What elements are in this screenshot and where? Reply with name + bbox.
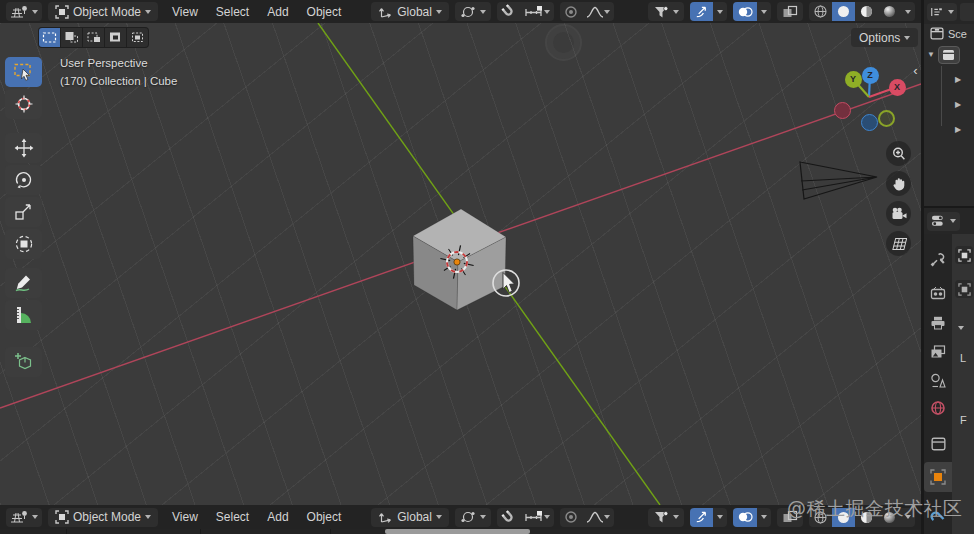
content-mode-button-2[interactable] bbox=[955, 280, 973, 298]
outliner-item-expand-1[interactable]: ▶ bbox=[955, 68, 961, 86]
bottom-show-gizmo-toggle[interactable] bbox=[690, 508, 713, 527]
bottom-overlays-dropdown[interactable] bbox=[757, 508, 771, 527]
content-partial-label-l: L bbox=[960, 352, 966, 364]
outliner-collection-row[interactable]: ▼ bbox=[927, 46, 960, 64]
bottom-menu-view[interactable]: View bbox=[164, 510, 206, 524]
show-gizmo-toggle[interactable] bbox=[690, 2, 713, 21]
tool-move[interactable] bbox=[5, 133, 42, 163]
object-mode-icon bbox=[55, 5, 69, 19]
bottom-mode-dropdown[interactable]: Object Mode bbox=[48, 508, 158, 527]
shading-solid-button[interactable] bbox=[832, 2, 855, 21]
select-mode-set-button[interactable] bbox=[39, 28, 60, 47]
zoom-view-button[interactable] bbox=[886, 141, 911, 166]
overlays-dropdown[interactable] bbox=[757, 2, 771, 21]
mode-dropdown[interactable]: Object Mode bbox=[48, 2, 158, 21]
bottom-gizmo-dropdown[interactable] bbox=[713, 508, 727, 527]
tab-object-properties-active[interactable] bbox=[924, 462, 952, 492]
properties-icon bbox=[931, 215, 946, 227]
bottom-menu-object[interactable]: Object bbox=[299, 510, 350, 524]
tab-collection-properties[interactable] bbox=[924, 431, 952, 457]
tab-tool-properties[interactable] bbox=[924, 246, 952, 272]
tool-cursor[interactable] bbox=[5, 89, 42, 119]
pivot-point-dropdown[interactable] bbox=[455, 2, 491, 21]
menu-object[interactable]: Object bbox=[299, 5, 350, 19]
select-mode-extend-button[interactable] bbox=[61, 28, 82, 47]
options-dropdown[interactable]: Options bbox=[851, 28, 918, 47]
outliner-scene-row[interactable]: Sce bbox=[930, 27, 967, 40]
tool-measure[interactable] bbox=[5, 300, 42, 330]
strip-divider bbox=[200, 529, 201, 534]
camera-view-button[interactable] bbox=[886, 201, 911, 226]
select-mode-intersect-button[interactable] bbox=[127, 28, 148, 47]
bottom-pivot-point-dropdown[interactable] bbox=[455, 508, 491, 527]
gizmo-y-negative-ball[interactable] bbox=[878, 110, 895, 127]
tool-rotate[interactable] bbox=[5, 165, 42, 195]
tool-annotate[interactable] bbox=[5, 268, 42, 298]
gizmo-x-positive-ball[interactable]: X bbox=[889, 79, 906, 96]
bottom-snap-with-dropdown[interactable] bbox=[520, 508, 554, 527]
select-mode-subtract-button[interactable] bbox=[83, 28, 104, 47]
menu-view[interactable]: View bbox=[164, 5, 206, 19]
tool-transform[interactable] bbox=[5, 229, 42, 259]
triangle-right-icon: ▶ bbox=[955, 100, 961, 109]
bottom-menu-select[interactable]: Select bbox=[208, 510, 257, 524]
properties-editor-type-button[interactable] bbox=[927, 212, 960, 231]
outliner-display-mode-button[interactable] bbox=[927, 3, 957, 21]
tool-select-box[interactable] bbox=[5, 57, 42, 87]
timeline-strip[interactable] bbox=[0, 529, 921, 534]
menu-select[interactable]: Select bbox=[208, 5, 257, 19]
show-overlays-toggle[interactable] bbox=[733, 2, 757, 21]
strip-scrollbar[interactable] bbox=[385, 529, 530, 534]
snapping-group bbox=[497, 2, 554, 21]
proportional-edit-toggle[interactable] bbox=[560, 2, 582, 21]
gizmo-z-negative-ball[interactable] bbox=[861, 114, 878, 131]
tab-output-properties[interactable] bbox=[924, 310, 952, 336]
bottom-show-overlays-toggle[interactable] bbox=[733, 508, 757, 527]
gizmo-z-positive-ball[interactable]: Z bbox=[862, 67, 879, 84]
filter-funnel-icon bbox=[653, 510, 669, 524]
content-mode-button-1[interactable] bbox=[955, 246, 973, 264]
expand-triangle-down-icon[interactable]: ▼ bbox=[927, 51, 935, 59]
gizmo-dropdown[interactable] bbox=[713, 2, 727, 21]
xray-toggle[interactable] bbox=[777, 2, 803, 21]
gizmo-y-positive-ball[interactable]: Y bbox=[845, 71, 862, 88]
viewport-canvas[interactable] bbox=[0, 23, 921, 505]
outliner-search-button-partial[interactable] bbox=[960, 3, 974, 21]
tool-add-cube[interactable] bbox=[5, 347, 42, 377]
bottom-orientation-dropdown[interactable]: Global bbox=[371, 508, 449, 527]
shading-dropdown[interactable] bbox=[901, 2, 915, 21]
visibility-filter-dropdown[interactable] bbox=[648, 2, 684, 21]
orthographic-toggle-button[interactable] bbox=[886, 231, 911, 256]
menu-add[interactable]: Add bbox=[259, 5, 296, 19]
bottom-editor-type-button[interactable] bbox=[6, 508, 42, 527]
tab-render-properties[interactable] bbox=[924, 280, 952, 306]
tab-view-layer-properties[interactable] bbox=[924, 339, 952, 365]
bottom-overlays-toggle-group bbox=[733, 508, 771, 527]
outliner-item-expand-2[interactable]: ▶ bbox=[955, 93, 961, 111]
bottom-proportional-edit-toggle[interactable] bbox=[560, 508, 582, 527]
bottom-visibility-filter-dropdown[interactable] bbox=[648, 508, 684, 527]
output-tab-icon bbox=[930, 316, 946, 330]
bottom-snap-toggle-button[interactable] bbox=[497, 508, 520, 527]
tab-scene-properties[interactable] bbox=[924, 367, 952, 393]
shading-rendered-button[interactable] bbox=[878, 2, 901, 21]
falloff-dropdown[interactable] bbox=[582, 2, 614, 21]
tab-world-properties[interactable] bbox=[924, 395, 952, 421]
collection-button[interactable] bbox=[938, 46, 960, 64]
editor-type-button[interactable] bbox=[6, 2, 42, 21]
snap-with-dropdown[interactable] bbox=[520, 2, 554, 21]
select-box-icon bbox=[13, 62, 35, 82]
orientation-dropdown[interactable]: Global bbox=[371, 2, 449, 21]
content-chevron-down-icon[interactable] bbox=[958, 326, 964, 330]
shading-wireframe-button[interactable] bbox=[809, 2, 832, 21]
select-mode-invert-button[interactable] bbox=[105, 28, 126, 47]
gizmo-x-negative-ball[interactable] bbox=[834, 102, 851, 119]
pan-view-button[interactable] bbox=[886, 171, 911, 196]
tool-scale[interactable] bbox=[5, 197, 42, 227]
bottom-menu-add[interactable]: Add bbox=[259, 510, 296, 524]
outliner-item-expand-3[interactable]: ▶ bbox=[955, 118, 961, 136]
shading-material-button[interactable] bbox=[855, 2, 878, 21]
bottom-falloff-dropdown[interactable] bbox=[582, 508, 614, 527]
select-intersect-icon bbox=[129, 29, 146, 46]
snap-toggle-button[interactable] bbox=[497, 2, 520, 21]
